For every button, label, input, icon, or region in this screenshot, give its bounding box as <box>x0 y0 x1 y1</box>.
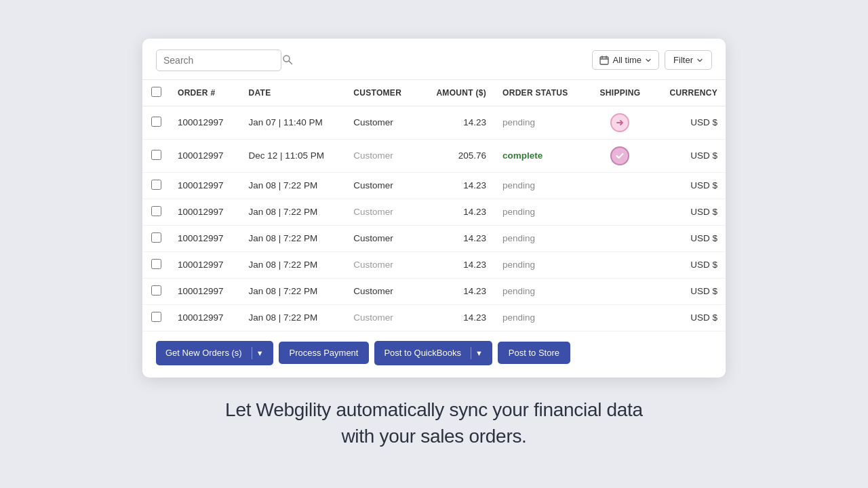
row-currency: USD $ <box>652 139 726 172</box>
post-to-quickbooks-arrow: ▼ <box>475 349 483 357</box>
process-payment-label: Process Payment <box>290 348 359 358</box>
calendar-icon <box>599 56 609 65</box>
post-to-store-button[interactable]: Post to Store <box>498 342 570 364</box>
row-checkbox-cell <box>142 172 170 199</box>
row-customer: Customer <box>345 251 418 278</box>
page-wrapper: All time Filter <box>0 0 868 488</box>
row-checkbox-cell <box>142 251 170 278</box>
row-shipping <box>588 139 653 172</box>
card-top: All time Filter <box>142 39 726 71</box>
row-order-num: 100012997 <box>170 251 241 278</box>
select-all-checkbox[interactable] <box>151 87 161 97</box>
row-amount: 14.23 <box>419 304 494 331</box>
row-checkbox-cell <box>142 199 170 225</box>
row-amount: 14.23 <box>419 225 494 251</box>
get-new-orders-button[interactable]: Get New Orders (s) ▼ <box>156 341 273 365</box>
post-to-quickbooks-button[interactable]: Post to QuickBooks ▼ <box>374 341 492 365</box>
row-order-num: 100012997 <box>170 172 241 199</box>
row-status: pending <box>494 106 588 139</box>
row-customer: Customer <box>345 172 418 199</box>
row-date: Dec 12 | 11:05 PM <box>241 139 346 172</box>
row-checkbox[interactable] <box>151 285 161 296</box>
row-shipping <box>588 172 653 199</box>
row-status: pending <box>494 199 588 225</box>
shipping-check-icon <box>610 146 629 165</box>
search-input[interactable] <box>163 55 282 66</box>
row-shipping <box>588 225 653 251</box>
row-checkbox[interactable] <box>151 180 161 190</box>
row-checkbox-cell <box>142 139 170 172</box>
row-checkbox-cell <box>142 304 170 331</box>
col-shipping: SHIPPING <box>588 79 653 106</box>
process-payment-button[interactable]: Process Payment <box>279 342 370 364</box>
row-order-num: 100012997 <box>170 304 241 331</box>
orders-table-wrap: ORDER # DATE CUSTOMER AMOUNT ($) ORDER S… <box>142 79 726 331</box>
table-row: 100012997 Jan 08 | 7:22 PM Customer 14.2… <box>142 172 726 199</box>
orders-table: ORDER # DATE CUSTOMER AMOUNT ($) ORDER S… <box>142 79 726 331</box>
row-date: Jan 08 | 7:22 PM <box>241 225 346 251</box>
row-amount: 14.23 <box>419 172 494 199</box>
table-row: 100012997 Jan 08 | 7:22 PM Customer 14.2… <box>142 199 726 225</box>
chevron-down-icon <box>645 57 652 64</box>
get-new-orders-divider <box>252 347 252 359</box>
table-body: 100012997 Jan 07 | 11:40 PM Customer 14.… <box>142 106 726 331</box>
row-customer: Customer <box>345 199 418 225</box>
shipping-arrow-icon <box>610 113 629 132</box>
main-card: All time Filter <box>142 39 726 378</box>
row-checkbox[interactable] <box>151 232 161 243</box>
filter-button[interactable]: Filter <box>665 50 712 70</box>
top-right-controls: All time Filter <box>592 50 712 70</box>
row-checkbox-cell <box>142 278 170 304</box>
row-amount: 14.23 <box>419 278 494 304</box>
search-box[interactable] <box>156 49 281 71</box>
table-row: 100012997 Jan 08 | 7:22 PM Customer 14.2… <box>142 225 726 251</box>
row-shipping <box>588 251 653 278</box>
time-filter-label: All time <box>612 55 642 65</box>
table-row: 100012997 Dec 12 | 11:05 PM Customer 205… <box>142 139 726 172</box>
row-customer: Customer <box>345 304 418 331</box>
row-currency: USD $ <box>652 106 726 139</box>
row-order-num: 100012997 <box>170 139 241 172</box>
row-status: pending <box>494 251 588 278</box>
row-order-num: 100012997 <box>170 225 241 251</box>
row-amount: 14.23 <box>419 199 494 225</box>
subtitle-text: Let Webgility automatically sync your fi… <box>225 396 643 449</box>
row-order-num: 100012997 <box>170 106 241 139</box>
row-checkbox[interactable] <box>151 150 161 160</box>
table-header-row: ORDER # DATE CUSTOMER AMOUNT ($) ORDER S… <box>142 79 726 106</box>
row-customer: Customer <box>345 225 418 251</box>
row-status: pending <box>494 225 588 251</box>
row-currency: USD $ <box>652 278 726 304</box>
row-customer: Customer <box>345 278 418 304</box>
search-icon <box>282 54 293 65</box>
svg-rect-2 <box>600 57 608 64</box>
row-checkbox[interactable] <box>151 259 161 269</box>
row-shipping <box>588 304 653 331</box>
row-currency: USD $ <box>652 172 726 199</box>
table-row: 100012997 Jan 08 | 7:22 PM Customer 14.2… <box>142 251 726 278</box>
row-status: complete <box>494 139 588 172</box>
row-amount: 14.23 <box>419 106 494 139</box>
row-status: pending <box>494 304 588 331</box>
row-order-num: 100012997 <box>170 278 241 304</box>
row-customer: Customer <box>345 139 418 172</box>
time-filter-button[interactable]: All time <box>592 50 659 70</box>
col-currency: CURRENCY <box>652 79 726 106</box>
row-checkbox-cell <box>142 225 170 251</box>
row-order-num: 100012997 <box>170 199 241 225</box>
row-currency: USD $ <box>652 225 726 251</box>
row-checkbox[interactable] <box>151 312 161 322</box>
row-date: Jan 08 | 7:22 PM <box>241 251 346 278</box>
row-currency: USD $ <box>652 251 726 278</box>
row-checkbox[interactable] <box>151 117 161 127</box>
card-bottom-actions: Get New Orders (s) ▼ Process Payment Pos… <box>142 331 726 378</box>
row-currency: USD $ <box>652 199 726 225</box>
post-to-store-label: Post to Store <box>509 348 559 358</box>
table-row: 100012997 Jan 07 | 11:40 PM Customer 14.… <box>142 106 726 139</box>
get-new-orders-label: Get New Orders (s) <box>165 348 248 358</box>
table-row: 100012997 Jan 08 | 7:22 PM Customer 14.2… <box>142 304 726 331</box>
search-button[interactable] <box>282 54 293 66</box>
row-amount: 205.76 <box>419 139 494 172</box>
row-currency: USD $ <box>652 304 726 331</box>
row-checkbox[interactable] <box>151 206 161 216</box>
